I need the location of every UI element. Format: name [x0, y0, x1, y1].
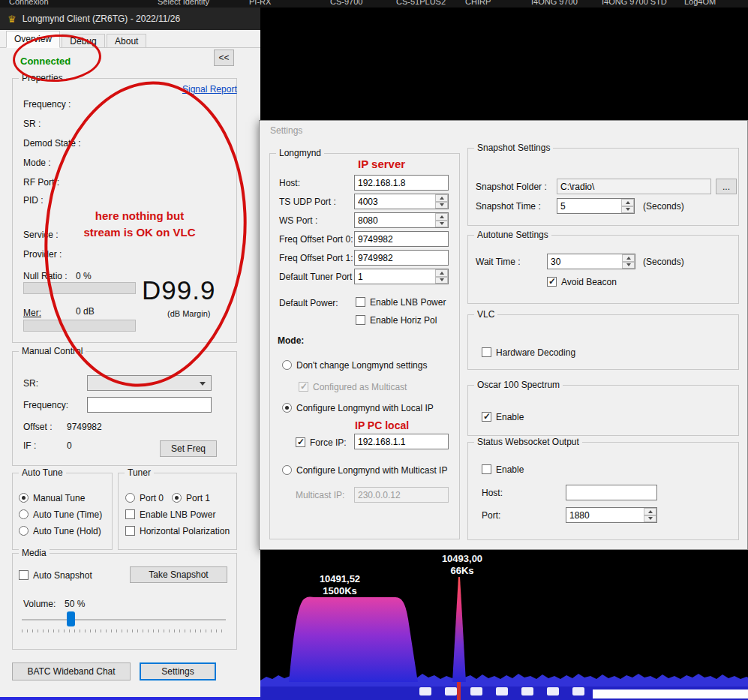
volume-slider-thumb[interactable]	[67, 611, 75, 626]
checkbox-icon	[299, 382, 308, 392]
mode-local-ip-radio[interactable]: Configure Longmynd with Local IP	[282, 402, 434, 413]
spin-up-icon[interactable]	[435, 269, 448, 277]
snapshot-folder-input[interactable]	[557, 179, 711, 194]
multicast-ip-label: Multicast IP:	[296, 490, 344, 500]
frequency-input[interactable]	[87, 397, 212, 413]
checkbox-icon	[356, 297, 365, 307]
media-group: Media Auto Snapshot Take Snapshot Volume…	[12, 553, 237, 650]
taskbar-item-9700-std[interactable]: I4ONG 9700 STD	[602, 0, 667, 6]
force-ip-input[interactable]	[354, 434, 449, 449]
avoid-beacon-checkbox[interactable]: Avoid Beacon	[547, 276, 617, 287]
mer-link[interactable]: Mer:	[23, 308, 41, 318]
app-icon: ♛	[8, 14, 17, 24]
spin-up-icon[interactable]	[435, 194, 448, 202]
taskbar-item-cs51plus2[interactable]: CS-51PLUS2	[396, 0, 446, 6]
tab-about[interactable]: About	[107, 34, 146, 48]
spin-down-icon[interactable]	[622, 262, 635, 269]
collapse-panel-button[interactable]: <<	[214, 50, 234, 66]
oscar-enable-checkbox[interactable]: Enable	[482, 411, 524, 422]
if-label: IF :	[23, 440, 36, 451]
spin-down-icon[interactable]	[621, 206, 634, 214]
freq-offset-port1-input[interactable]	[354, 250, 449, 266]
spin-down-icon[interactable]	[435, 202, 448, 209]
auto-tune-time-radio[interactable]: Auto Tune (Time)	[19, 509, 102, 520]
taskbar-item-select-identity[interactable]: Select Identity	[158, 0, 209, 6]
port0-radio[interactable]: Port 0	[125, 492, 164, 503]
websocket-host-input[interactable]	[566, 485, 657, 500]
websocket-output-group: Status Websocket Output Enable Host: Por…	[467, 442, 739, 540]
taskbar-item-cs9700[interactable]: CS-9700	[330, 0, 362, 6]
oscar-enable-label: Enable	[496, 412, 524, 422]
set-freq-button[interactable]: Set Freq	[160, 440, 217, 457]
oscar-spectrum-group: Oscar 100 Spectrum Enable	[467, 385, 739, 436]
mode-multicast-ip-radio[interactable]: Configure Longmynd with Multicast IP	[282, 464, 447, 476]
taskbar-item-connexion[interactable]: Connexion	[9, 0, 49, 6]
annotation-ip-server: IP server	[358, 158, 405, 170]
manual-frequency-label: Frequency:	[23, 400, 68, 410]
port1-radio[interactable]: Port 1	[172, 492, 210, 503]
snapshot-settings-group-title: Snapshot Settings	[474, 143, 553, 153]
settings-button[interactable]: Settings	[140, 662, 216, 680]
host-input[interactable]	[354, 175, 449, 191]
hardware-decoding-label: Hardware Decoding	[496, 347, 575, 358]
freq-offset-port0-label: Freq Offset Port 0:	[279, 234, 353, 245]
websocket-port-spinner	[566, 507, 657, 523]
radio-dot-icon	[282, 360, 292, 370]
frequency-label: Frequency :	[23, 99, 71, 110]
checkbox-icon	[482, 464, 491, 474]
websocket-enable-label: Enable	[496, 464, 524, 475]
manual-tune-radio[interactable]: Manual Tune	[19, 492, 85, 503]
taskbar-item-log4om[interactable]: Log4OM	[684, 0, 716, 6]
mode-dont-change-radio[interactable]: Don't change Longmynd settings	[282, 359, 427, 371]
websocket-output-group-title: Status Websocket Output	[474, 437, 582, 447]
spin-down-icon[interactable]	[644, 515, 656, 523]
avoid-beacon-label: Avoid Beacon	[561, 277, 617, 287]
volume-slider-track	[22, 619, 226, 620]
window-bottom-edge	[0, 697, 260, 700]
checkbox-icon	[125, 526, 135, 536]
signal1-symbolrate-label: 1500Ks	[302, 585, 377, 596]
signal2-symbolrate-label: 66Ks	[425, 565, 500, 576]
ts-udp-port-spinner	[354, 194, 449, 209]
browse-folder-button[interactable]: ...	[716, 179, 737, 194]
spin-up-icon[interactable]	[435, 213, 448, 221]
spin-down-icon[interactable]	[435, 221, 448, 228]
top-taskbar: Connexion Select Identity PI-RX CS-9700 …	[0, 0, 748, 8]
settings-enable-horiz-checkbox[interactable]: Enable Horiz Pol	[356, 314, 437, 326]
checkbox-icon	[356, 315, 365, 325]
spin-up-icon[interactable]	[644, 508, 656, 515]
taskbar-item-chirp[interactable]: CHIRP	[465, 0, 491, 6]
websocket-enable-checkbox[interactable]: Enable	[482, 464, 524, 475]
freq-offset-port0-input[interactable]	[354, 231, 449, 247]
tuner-group: Tuner Port 0 Port 1 Enable LNB Power Hor…	[118, 473, 237, 550]
taskbar-item-pi-rx[interactable]: PI-RX	[249, 0, 271, 6]
settings-enable-lnb-checkbox[interactable]: Enable LNB Power	[356, 296, 446, 308]
autotune-settings-group-title: Autotune Settings	[474, 230, 551, 240]
auto-snapshot-checkbox[interactable]: Auto Snapshot	[19, 569, 92, 581]
volume-slider[interactable]	[22, 611, 226, 629]
volume-label: Volume:	[23, 599, 56, 609]
hardware-decoding-checkbox[interactable]: Hardware Decoding	[482, 347, 575, 358]
auto-tune-group: Auto Tune Manual Tune Auto Tune (Time) A…	[12, 473, 113, 550]
signal1-frequency-label: 10491,52	[302, 573, 377, 584]
snapshot-time-label: Snapshot Time :	[476, 201, 541, 212]
auto-tune-hold-radio[interactable]: Auto Tune (Hold)	[19, 525, 101, 536]
taskbar-item-9700[interactable]: I4ONG 9700	[531, 0, 578, 6]
take-snapshot-button[interactable]: Take Snapshot	[130, 566, 227, 583]
autotune-settings-group: Autotune Settings Wait Time : (Seconds) …	[467, 235, 739, 304]
oscar-spectrum-group-title: Oscar 100 Spectrum	[474, 380, 563, 390]
spin-up-icon[interactable]	[622, 254, 635, 262]
spin-up-icon[interactable]	[621, 199, 634, 206]
force-ip-checkbox[interactable]: Force IP:	[296, 437, 347, 448]
manual-tune-radio-label: Manual Tune	[33, 493, 85, 503]
batc-wideband-chat-button[interactable]: BATC Wideband Chat	[12, 662, 131, 680]
enable-lnb-power-checkbox[interactable]: Enable LNB Power	[125, 509, 215, 520]
snapshot-folder-label: Snapshot Folder :	[476, 182, 547, 192]
spectrum-display: 10491,52 1500Ks 10493,00 66Ks	[260, 550, 748, 700]
horizontal-polarization-checkbox[interactable]: Horizontal Polarization	[125, 525, 230, 536]
mode-section-label: Mode:	[278, 335, 304, 346]
spin-down-icon[interactable]	[435, 277, 448, 284]
annotation-text-line1: here nothing but	[72, 209, 207, 222]
tuner-group-title: Tuner	[125, 467, 154, 478]
freq-offset-port1-label: Freq Offset Port 1:	[279, 253, 353, 263]
